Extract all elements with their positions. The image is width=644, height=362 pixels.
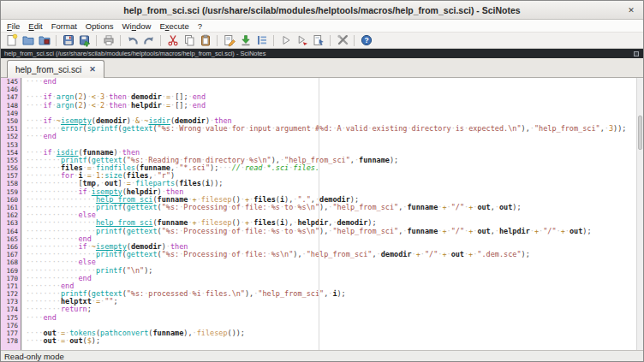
new-file-button[interactable] [3,33,20,48]
menu-item-window[interactable]: Window [118,21,156,31]
line-number: 166 [1,243,21,251]
tab-help_from_sci.sci[interactable]: help_from_sci.sci✕ [7,60,104,78]
undo-button[interactable] [124,33,140,48]
code-token: ; [87,305,92,313]
menu-item-execute[interactable]: Execute [155,21,193,31]
code-line[interactable]: ················printf("\n"); [26,267,643,275]
preferences-icon [336,33,349,47]
tab-bar: help_from_sci.sci✕ [1,58,643,78]
line-number: 147 [1,93,21,101]
line-number: 168 [1,258,21,266]
code-token: ); [390,156,398,164]
redo-icon [142,33,156,47]
line-number: 148 [1,102,21,110]
code-token: of [232,203,241,211]
scinotes-window: help_from_sci.sci (/usr/share/scilab/mod… [0,0,644,362]
code-navigator-button[interactable] [253,33,270,48]
copy-button[interactable] [181,33,197,48]
code-token: pathconvert [100,329,148,337]
code-token: demodir [381,250,412,258]
line-number: 149 [1,110,21,117]
line-number: 157 [1,172,21,180]
code-token: argument [276,124,311,133]
title-bar[interactable]: help_from_sci.sci (/usr/share/scilab/mod… [1,1,643,20]
load-into-scilab-icon [239,33,253,47]
execute-file-button[interactable] [277,33,294,48]
menu-item-help[interactable]: ? [194,21,206,31]
window-close-icon[interactable]: ✕ [625,4,637,16]
editor[interactable]: 1451461471481491501511521531541551561571… [1,78,643,350]
code-token: ), [245,289,253,298]
code-line[interactable]: ····out·=·tokens(pathconvert(funname),·f… [26,329,643,337]
vertical-scrollbar[interactable] [636,78,643,350]
load-into-scilab-button[interactable] [237,33,253,48]
tab-close-icon[interactable]: ✕ [89,65,96,74]
code-token: funname [407,227,438,235]
code-token: out [69,336,82,345]
code-token: "help_from_sci" [332,203,398,211]
menu-item-format[interactable]: Format [47,21,81,31]
code-navigator-icon [255,33,269,47]
code-line[interactable]: ············end [26,275,643,282]
code-line[interactable]: ····end [26,78,643,86]
code-token: "%s: [127,289,144,298]
code-line[interactable]: ····out·=·out($); [26,337,643,345]
code-token: to [284,227,293,235]
code-token: for [232,124,245,133]
code-token: printf [96,266,122,275]
open-file-button[interactable] [20,33,36,48]
code-line[interactable]: ········printf(gettext("%s:·processed·%i… [26,290,643,298]
line-number: 167 [1,251,21,258]
menu-item-edit[interactable]: Edit [24,21,46,31]
code-token: %s\n" [297,203,319,211]
execute-echo-button[interactable] [294,33,310,48]
save-button[interactable] [60,33,76,48]
execute-until-caret-button[interactable] [310,33,326,48]
line-number: 150 [1,117,21,125]
menu-item-options[interactable]: Options [81,21,118,31]
code-line[interactable]: ········helptxt·=·""; [26,298,643,306]
code-token: "help_from_sci" [307,250,373,258]
code-token: error [61,124,83,133]
code-line[interactable]: ················printf(gettext("%s:·Proc… [26,251,643,258]
preferences-button[interactable] [334,33,350,48]
code-line[interactable]: ················printf(gettext("%s:·Proc… [26,204,643,211]
scrollbar-thumb[interactable] [638,116,642,150]
code-line[interactable]: ········return; [26,306,643,313]
code-line[interactable]: ········error(sprintf(gettext("%s:·Wrong… [26,125,643,133]
print-button[interactable] [100,33,116,48]
print-icon [102,33,116,47]
code-token: Wrong [179,124,201,133]
about-button[interactable]: ? [358,33,374,48]
code-token: out [477,227,490,235]
code-token: ); [512,203,521,211]
copy-icon [182,33,196,47]
code-line[interactable]: ················printf(gettext("%s:·Proc… [26,228,643,235]
undock-icon[interactable] [634,51,639,56]
code-token: end [43,313,56,322]
toolbar-separator [56,35,57,46]
code-line[interactable]: ····end [26,314,643,322]
code-line[interactable]: ····end [26,133,643,140]
code-token: ···· [26,132,43,140]
code-token: ), [319,203,328,211]
save-as-button[interactable] [76,33,92,48]
tab-label: help_from_sci.sci [15,65,81,74]
line-number: 163 [1,219,21,227]
code-token: read [245,163,262,172]
cut-button[interactable] [164,33,181,48]
menu-item-file[interactable]: File [3,21,24,31]
code-area[interactable]: ····end····if·argn(2)·<·3·then·demodir·=… [21,78,643,350]
internal-title-bar[interactable]: help_from_sci.sci (/usr/share/scilab/mod… [1,49,643,58]
open-in-scilab-button[interactable] [36,33,52,48]
code-line[interactable]: ····if·argn(2)·<·2·then·helpdir·=·[];·en… [26,102,643,110]
redo-button[interactable] [140,33,157,48]
code-token: argn [57,101,74,110]
line-number: 151 [1,125,21,133]
paste-button[interactable] [197,33,213,48]
code-token: ); [582,227,591,235]
code-token: ); [522,250,530,258]
code-token: end [193,101,206,110]
find-replace-button[interactable] [221,33,237,48]
code-token: ); [144,266,152,275]
